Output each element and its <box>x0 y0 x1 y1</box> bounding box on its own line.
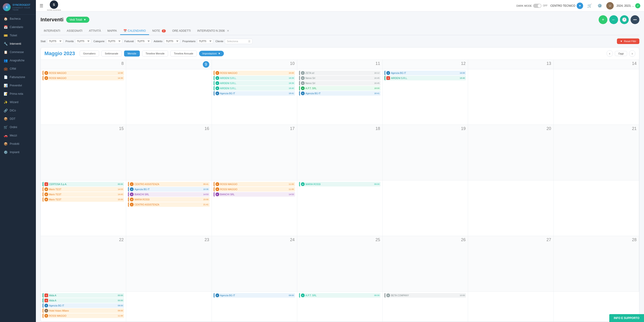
sidebar-item-anagrafiche[interactable]: 👥 Anagrafiche <box>0 56 36 65</box>
prev-month-button[interactable]: ‹ <box>606 50 613 57</box>
list-item[interactable]: A AIRDENI S.R.L. 18:40 <box>214 86 295 91</box>
fatturati-select[interactable]: TUTTI <box>135 39 152 44</box>
list-item[interactable]: S AIRDENI S.R.L. 18:40 <box>384 76 466 80</box>
list-item[interactable]: S Alida A 00:00 <box>42 293 124 298</box>
reset-filtri-button[interactable]: ▼ Reset Filtri <box>617 39 639 44</box>
sidebar-item-fatturazione[interactable]: 📄 Fatturazione <box>0 73 36 81</box>
list-item[interactable]: R ROSSI MAGGIO 11:00 <box>214 187 295 192</box>
tab-assegnati[interactable]: ASSEGNATI <box>64 27 86 35</box>
add-button[interactable]: + <box>599 15 608 24</box>
toggle-switch[interactable] <box>533 4 542 8</box>
cal-day-20[interactable] <box>468 180 554 236</box>
sidebar-item-wizard[interactable]: ✨ Wizard <box>0 98 36 106</box>
cal-day-17[interactable]: R ROSSI MAGGIO 11:00 R ROSSI MAGGIO 11:0… <box>212 180 297 236</box>
view-giornaliero[interactable]: Giornaliero <box>80 51 99 57</box>
list-item[interactable]: C CENTRO ASSISTENZA 21:41 <box>128 202 210 207</box>
list-item[interactable]: M Mario TEST 14:03 <box>42 187 124 192</box>
addetto-select[interactable]: TUTTI <box>164 39 180 44</box>
cal-day-21[interactable] <box>554 180 639 236</box>
list-item[interactable]: A Agenzia BG IT 18:41 <box>214 91 295 96</box>
cal-day-23[interactable] <box>126 292 212 322</box>
list-item[interactable]: S Alida A 00:00 <box>42 298 124 303</box>
sidebar-item-commesse[interactable]: 📋 Commesse <box>0 48 36 56</box>
stati-select[interactable]: TUTTI <box>47 39 63 44</box>
sidebar-item-prima-nota[interactable]: 📝 Prima nota <box>0 90 36 98</box>
list-item[interactable]: M MARIA ROSSI 09:00 <box>299 182 380 186</box>
settings-button[interactable]: ⚙️ <box>596 2 604 10</box>
list-item[interactable]: A Agenzia BG IT 08:00 <box>214 293 295 298</box>
sidebar-item-calendario[interactable]: 📅 Calendario <box>0 23 36 31</box>
tab-attivita[interactable]: ATTIVITÀ <box>86 27 104 35</box>
hamburger-button[interactable]: ☰ <box>40 3 43 8</box>
view-timeline-annuale[interactable]: Timeline Annuale <box>170 51 197 57</box>
sidebar-item-ticket[interactable]: 🎫 Ticket <box>0 31 36 40</box>
list-item[interactable]: H Hotel 4stars Milano 09:00 <box>42 308 124 313</box>
history-button[interactable]: 🕐 <box>620 15 629 24</box>
list-item[interactable]: B BIANCHI SRL 14:53 <box>128 192 210 197</box>
priorita-select[interactable]: TUTTI <box>75 39 91 44</box>
cal-day-14[interactable] <box>554 69 639 125</box>
cart-button[interactable]: 🛒 <box>586 2 593 10</box>
back-button[interactable]: ← <box>609 15 618 24</box>
cal-day-26[interactable]: B BETA COMPANY 10:00 <box>383 292 468 322</box>
list-item[interactable]: A Agenzia BG IT 18:41 <box>299 91 380 96</box>
list-item[interactable]: A AIRDENI S.R.L. 18:39 <box>214 81 295 86</box>
tab-ore-addetti[interactable]: ORE ADDETTI <box>169 27 194 35</box>
sidebar-item-interventi[interactable]: 🔧 Interventi <box>0 40 36 48</box>
vedi-totali-button[interactable]: Vedi Totali ▼ <box>66 17 89 23</box>
sidebar-item-bacheca[interactable]: 🏠 Bacheca <box>0 15 36 23</box>
list-item[interactable]: A Agenzia BG IT 16:00 <box>384 71 466 75</box>
sidebar-item-mezzi[interactable]: 🚗 Mezzi <box>0 131 36 140</box>
list-item[interactable]: S CERTOSA S.p.A. 00:00 <box>42 182 124 186</box>
sidebar-item-preventivi[interactable]: 📊 Preventivi <box>0 81 36 90</box>
tab-interventi[interactable]: INTERVENTI <box>40 27 64 35</box>
next-month-button[interactable]: › <box>629 50 636 57</box>
list-item[interactable]: M MARIA ROSSI 15:00 <box>128 197 210 202</box>
list-item[interactable]: R ROSSI MAGGIO 15:00 <box>214 71 295 75</box>
list-item[interactable]: A AIRDENI S.R.L. 18:39 <box>214 76 295 80</box>
list-item[interactable]: A A.P.T. SRL 18:00 <box>299 86 380 91</box>
list-item[interactable]: R ROSSI MAGGIO 11:00 <box>214 182 295 186</box>
sidebar-item-dico[interactable]: 🔗 DiCo <box>0 106 36 115</box>
cal-day-24[interactable]: A Agenzia BG IT 08:00 <box>212 292 297 322</box>
sidebar-item-crm[interactable]: 💼 CRM <box>0 65 36 73</box>
categorie-select[interactable]: TUTTI <box>106 39 122 44</box>
sidebar-item-impianti[interactable]: ⚙️ Impianti <box>0 148 36 156</box>
list-item[interactable]: R ROSSI MAGGIO 11:00 <box>42 313 124 318</box>
cal-day-8[interactable]: R ROSSI MAGGIO 12:00 R ROSSI MAGGIO 14:3… <box>41 69 126 125</box>
cal-day-15[interactable]: S CERTOSA S.p.A. 00:00 M Mario TEST 14:0… <box>41 180 126 236</box>
tab-note[interactable]: NOTE 0 <box>149 27 169 35</box>
sidebar-item-ordini[interactable]: 🛒 Ordini <box>0 123 36 131</box>
cal-day-18[interactable]: M MARIA ROSSI 09:00 <box>297 180 383 236</box>
cal-day-22[interactable]: S Alida A 00:00 S Alida A 00:00 A Agenzi… <box>41 292 126 322</box>
list-item[interactable]: A Agenzia BG IT 08:00 <box>42 303 124 308</box>
cal-day-12[interactable]: A Agenzia BG IT 16:00 S AIRDENI S.R.L. 1… <box>383 69 468 125</box>
view-settimanale[interactable]: Settimanale <box>102 51 122 57</box>
cal-day-9[interactable] <box>126 69 212 125</box>
list-item[interactable]: B BIANCHI SRL 14:53 <box>214 192 295 197</box>
cal-day-19[interactable] <box>383 180 468 236</box>
cliente-selector[interactable]: Seleziona ☰ <box>225 39 252 44</box>
list-item[interactable]: R ROSSI MAGGIO 12:00 <box>42 71 124 75</box>
impostazioni-button[interactable]: Impostazioni ▼ <box>199 51 224 56</box>
cal-day-25[interactable]: A A.P.T. SRL 09:30 <box>297 292 383 322</box>
darkmode-toggle[interactable]: DARK MODE OFF <box>516 4 548 8</box>
tab-mappa[interactable]: MAPPA <box>104 27 120 35</box>
user-avatar[interactable]: U <box>606 2 614 10</box>
view-mensile[interactable]: Mensile <box>124 51 140 57</box>
sidebar-item-ddt[interactable]: 📦 DDT <box>0 115 36 123</box>
tab-calendario[interactable]: 📅CALENDARIO <box>120 27 149 35</box>
sidebar-item-prodotti[interactable]: 📦 Prodotti <box>0 140 36 148</box>
list-item[interactable]: A A.P.T. SRL 09:30 <box>299 293 380 298</box>
list-item[interactable]: M Mario TEST 15:00 <box>42 197 124 202</box>
year-selector[interactable]: 2024, 2023, ... ✓ <box>616 3 640 8</box>
list-item[interactable]: N Nervo Srl 16:45 <box>299 81 380 86</box>
cal-day-16[interactable]: C CENTRO ASSISTENZA 09:41 A Agenzia BG I… <box>126 180 212 236</box>
proprietario-select[interactable]: TUTTI <box>197 39 213 44</box>
list-item[interactable]: N Nervo Srl 16:45 <box>299 76 380 80</box>
more-options-button[interactable]: ••• <box>630 15 639 24</box>
info-support-button[interactable]: INFO E SUPPORTO <box>609 314 644 322</box>
view-timeline-mensile[interactable]: Timeline Mensile <box>142 51 168 57</box>
cal-day-10[interactable]: R ROSSI MAGGIO 15:00 A AIRDENI S.R.L. 18… <box>212 69 297 125</box>
list-item[interactable]: R ROSSI MAGGIO 14:30 <box>42 76 124 80</box>
